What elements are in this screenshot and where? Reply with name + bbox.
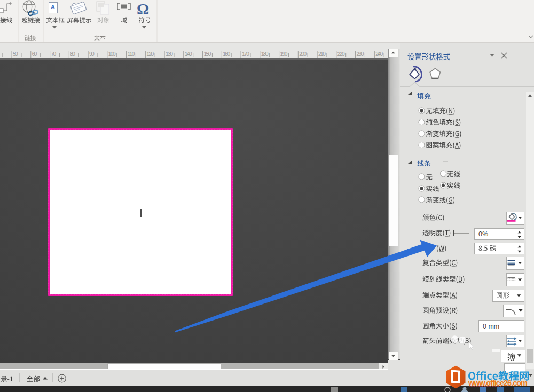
svg-text:100: 100: [108, 51, 116, 57]
svg-text:A: A: [51, 4, 55, 10]
svg-text:80: 80: [70, 51, 75, 57]
svg-text:0%: 0%: [478, 230, 488, 238]
svg-text:Ω: Ω: [137, 1, 149, 18]
svg-text:110: 110: [128, 51, 135, 57]
svg-text:240: 240: [375, 51, 383, 57]
svg-text:160: 160: [223, 51, 230, 57]
svg-text:120: 120: [146, 51, 154, 57]
svg-text:130: 130: [166, 51, 173, 57]
svg-text:www.office26.com: www.office26.com: [468, 379, 528, 387]
svg-text:170: 170: [242, 51, 249, 57]
svg-text:190: 190: [280, 51, 288, 57]
svg-text:200: 200: [299, 51, 307, 57]
svg-text:50: 50: [13, 51, 18, 57]
svg-text:220: 220: [337, 51, 345, 57]
svg-text:180: 180: [261, 51, 269, 57]
svg-text:60: 60: [32, 51, 37, 57]
svg-text:140: 140: [185, 51, 192, 57]
svg-text:70: 70: [51, 51, 57, 57]
svg-text:210: 210: [318, 51, 326, 57]
svg-text:230: 230: [357, 51, 364, 57]
svg-text:90: 90: [89, 51, 95, 57]
svg-text:150: 150: [204, 51, 211, 57]
svg-text:0 mm: 0 mm: [483, 323, 499, 330]
